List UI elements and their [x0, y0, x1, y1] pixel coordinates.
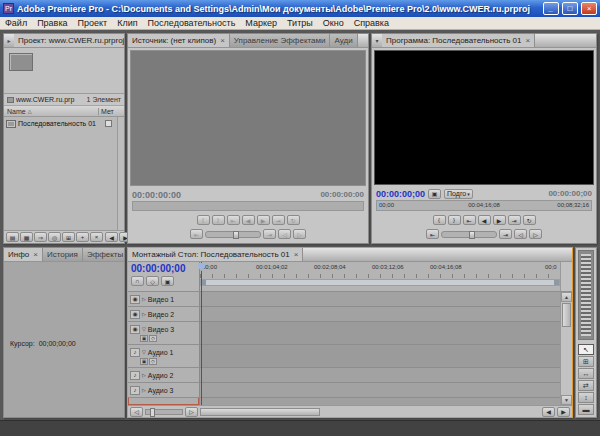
- rate-stretch-tool-button[interactable]: ↕: [578, 392, 594, 403]
- source-loop-button[interactable]: ↻: [287, 215, 300, 225]
- display-style-icon[interactable]: ▣: [140, 358, 148, 365]
- list-view-button[interactable]: ▤: [6, 232, 19, 242]
- minimize-button[interactable]: _: [543, 2, 559, 15]
- program-play-button[interactable]: ▶: [493, 215, 506, 225]
- icon-view-button[interactable]: ▦: [20, 232, 33, 242]
- track-header-audio1[interactable]: ♪ ▽ Аудио 1 ▣ ◇: [128, 345, 199, 368]
- chevron-down-icon[interactable]: ▾: [372, 34, 382, 47]
- speaker-icon[interactable]: ♪: [130, 371, 140, 380]
- scroll-right-button[interactable]: ▶: [557, 407, 570, 417]
- zoom-slider[interactable]: [145, 409, 183, 415]
- track-lane-audio3[interactable]: [200, 383, 560, 398]
- menu-clip[interactable]: Клип: [112, 18, 142, 28]
- menu-project[interactable]: Проект: [73, 18, 113, 28]
- menu-help[interactable]: Справка: [349, 18, 394, 28]
- track-header-video3[interactable]: ◉ ▷ Видео 1: [128, 292, 199, 307]
- program-jog-right-button[interactable]: ⇥: [499, 229, 512, 239]
- shuttle-knob[interactable]: [233, 231, 239, 239]
- column-name-header[interactable]: Name △: [4, 108, 98, 115]
- tab-audio-mixer[interactable]: Ауди: [330, 34, 357, 47]
- list-item-sequence[interactable]: Последовательность 01: [4, 117, 117, 130]
- speaker-icon[interactable]: ♪: [130, 386, 140, 395]
- collapse-icon[interactable]: ▷: [142, 387, 146, 393]
- menu-titles[interactable]: Титры: [282, 18, 318, 28]
- fit-dropdown[interactable]: Подго ▾: [444, 189, 473, 199]
- collapse-icon[interactable]: ▷: [142, 311, 146, 317]
- column-meta-header[interactable]: Мет: [98, 108, 124, 115]
- source-jog-right-button[interactable]: ⇥: [263, 229, 276, 239]
- track-content-area[interactable]: [200, 292, 560, 405]
- collapse-icon[interactable]: ▷: [142, 372, 146, 378]
- source-trim-right-button[interactable]: ▷: [293, 229, 306, 239]
- speaker-icon[interactable]: ♪: [130, 348, 140, 357]
- tab-info[interactable]: Инфо ×: [4, 248, 43, 261]
- track-select-tool-button[interactable]: ⊞: [578, 356, 594, 367]
- track-lane-audio1[interactable]: [200, 345, 560, 368]
- item-meta-checkbox[interactable]: [105, 120, 112, 127]
- tab-close-icon[interactable]: ×: [33, 250, 38, 259]
- display-style-button[interactable]: ▣: [161, 276, 174, 286]
- program-go-to-out-button[interactable]: ⇥: [508, 215, 521, 225]
- zoom-knob[interactable]: [150, 408, 155, 417]
- menu-edit[interactable]: Правка: [32, 18, 72, 28]
- source-play-button[interactable]: ▶: [257, 215, 270, 225]
- tab-close-icon[interactable]: ×: [220, 36, 225, 45]
- track-lane-video1[interactable]: [200, 322, 560, 345]
- program-current-timecode[interactable]: 00:00:00;00: [376, 189, 425, 199]
- new-bin-button[interactable]: ⊞: [62, 232, 75, 242]
- track-header-video1[interactable]: ◉ ▽ Видео 3 ▣ ◇: [128, 322, 199, 345]
- find-button[interactable]: ◎: [48, 232, 61, 242]
- rolling-edit-tool-button[interactable]: ⇄: [578, 380, 594, 391]
- menu-file[interactable]: Файл: [0, 18, 32, 28]
- eye-icon[interactable]: ◉: [130, 310, 140, 319]
- display-style-icon[interactable]: ▣: [140, 335, 148, 342]
- track-lane-video2[interactable]: [200, 307, 560, 322]
- menu-marker[interactable]: Маркер: [240, 18, 282, 28]
- selection-tool-button[interactable]: ↖: [578, 344, 594, 355]
- tab-source[interactable]: Источник: (нет клипов) ×: [128, 34, 230, 47]
- tab-effect-controls[interactable]: Управление Эффектами: [230, 34, 331, 47]
- keyframes-icon[interactable]: ◇: [149, 335, 157, 342]
- work-area-right-handle[interactable]: [554, 280, 559, 285]
- expand-icon[interactable]: ▽: [142, 326, 146, 332]
- close-button[interactable]: ×: [581, 2, 597, 15]
- chevron-right-icon[interactable]: ▸: [4, 34, 14, 47]
- new-item-button[interactable]: +: [76, 232, 89, 242]
- track-lane-audio2[interactable]: [200, 368, 560, 383]
- zoom-out-button[interactable]: ◁: [130, 407, 143, 417]
- track-header-audio2[interactable]: ♪ ▷ Аудио 2: [128, 368, 199, 383]
- scroll-down-icon[interactable]: ▼: [561, 395, 572, 405]
- timeline-current-timecode[interactable]: 00:00:00;00: [131, 263, 196, 274]
- scroll-up-icon[interactable]: ▲: [561, 292, 572, 302]
- tab-program[interactable]: Программа: Последовательность 01 ×: [382, 34, 535, 47]
- maximize-button[interactable]: □: [562, 2, 578, 15]
- program-trim-left-button[interactable]: ◁: [514, 229, 527, 239]
- tab-timeline[interactable]: Монтажный Стол: Последовательность 01 ×: [128, 248, 303, 261]
- timeline-horizontal-scrollbar[interactable]: ◁ ▷ ◀ ▶: [128, 405, 572, 417]
- source-set-in-button[interactable]: {: [197, 215, 210, 225]
- razor-tool-button[interactable]: ▬: [578, 404, 594, 415]
- program-set-in-button[interactable]: {: [433, 215, 446, 225]
- tab-history[interactable]: История: [43, 248, 83, 261]
- tab-close-icon[interactable]: ×: [294, 250, 299, 259]
- delete-button[interactable]: ×: [90, 232, 103, 242]
- source-shuttle-slider[interactable]: [205, 231, 261, 238]
- source-scrub-bar[interactable]: [132, 201, 364, 211]
- source-jog-left-button[interactable]: ⇤: [190, 229, 203, 239]
- source-trim-left-button[interactable]: ◁: [278, 229, 291, 239]
- horizontal-scroll-thumb[interactable]: [200, 408, 320, 416]
- vertical-scroll-thumb[interactable]: [562, 303, 571, 327]
- output-quality-button[interactable]: ▣: [428, 189, 441, 199]
- timeline-cti-line[interactable]: [201, 262, 202, 405]
- tab-effects[interactable]: Эффекты: [83, 248, 124, 261]
- menu-window[interactable]: Окно: [318, 18, 349, 28]
- tab-project[interactable]: Проект: www.CWER.ru.prproj ×: [14, 34, 124, 47]
- timeline-time-ruler[interactable]: 00;00 00:01;04;02 00:02;08;04 00:03;12;0…: [200, 262, 560, 278]
- expand-icon[interactable]: ▽: [142, 349, 146, 355]
- program-set-out-button[interactable]: }: [448, 215, 461, 225]
- program-shuttle-slider[interactable]: [441, 231, 497, 238]
- program-trim-right-button[interactable]: ▷: [529, 229, 542, 239]
- program-go-to-in-button[interactable]: ⇤: [463, 215, 476, 225]
- program-loop-button[interactable]: ↻: [523, 215, 536, 225]
- track-header-video2[interactable]: ◉ ▷ Видео 2: [128, 307, 199, 322]
